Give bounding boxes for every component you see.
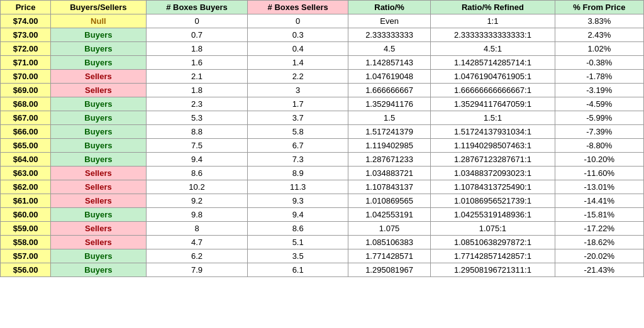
ratio-refined-cell: 1.51724137931034:1 [431,125,555,139]
from-price-cell: -21.43% [555,263,643,277]
column-header-6: % From Price [555,1,643,14]
boxes-sellers-cell: 0.4 [248,42,348,56]
table-row: $59.00Sellers88.61.0751.075:1-17.22% [1,222,644,236]
ratio-cell: Even [348,14,431,28]
price-cell: $63.00 [1,167,51,180]
table-row: $69.00Sellers1.831.6666666671.6666666666… [1,84,644,97]
ratio-refined-cell: 1.66666666666667:1 [431,84,555,97]
boxes-buyers-cell: 5.3 [146,111,248,125]
ratio-cell: 4.5 [348,42,431,56]
ratio-refined-cell: 1:1 [431,14,555,28]
ratio-refined-cell: 1.075:1 [431,222,555,236]
column-header-0: Price [1,1,51,14]
buyers-sellers-cell: Sellers [51,236,147,249]
table-row: $60.00Buyers9.89.41.0425531911.042553191… [1,208,644,222]
buyers-sellers-cell: Buyers [51,125,147,139]
table-row: $57.00Buyers6.23.51.7714285711.771428571… [1,249,644,263]
table-row: $63.00Sellers8.68.91.0348837211.03488372… [1,167,644,180]
ratio-refined-cell: 1.04761904761905:1 [431,70,555,84]
boxes-buyers-cell: 2.1 [146,70,248,84]
boxes-sellers-cell: 1.7 [248,97,348,111]
buyers-sellers-cell: Sellers [51,194,147,208]
buyers-sellers-cell: Buyers [51,263,147,277]
price-cell: $58.00 [1,236,51,249]
from-price-cell: -15.81% [555,208,643,222]
ratio-refined-cell: 1.5:1 [431,111,555,125]
boxes-buyers-cell: 0 [146,14,248,28]
price-cell: $66.00 [1,125,51,139]
from-price-cell: -3.19% [555,84,643,97]
boxes-sellers-cell: 7.3 [248,153,348,167]
boxes-sellers-cell: 9.3 [248,194,348,208]
table-row: $61.00Sellers9.29.31.0108695651.01086956… [1,194,644,208]
from-price-cell: -18.62% [555,236,643,249]
table-row: $65.00Buyers7.56.71.1194029851.119402985… [1,139,644,153]
price-cell: $73.00 [1,28,51,42]
ratio-cell: 1.119402985 [348,139,431,153]
table-row: $71.00Buyers1.61.41.1428571431.142857142… [1,56,644,70]
boxes-buyers-cell: 4.7 [146,236,248,249]
table-row: $66.00Buyers8.85.81.5172413791.517241379… [1,125,644,139]
price-cell: $70.00 [1,70,51,84]
from-price-cell: 2.43% [555,28,643,42]
boxes-sellers-cell: 3.5 [248,249,348,263]
from-price-cell: 1.02% [555,42,643,56]
buyers-sellers-cell: Sellers [51,167,147,180]
ratio-cell: 1.085106383 [348,236,431,249]
boxes-sellers-cell: 5.8 [248,125,348,139]
ratio-cell: 1.5 [348,111,431,125]
buyers-sellers-cell: Sellers [51,222,147,236]
boxes-buyers-cell: 1.8 [146,84,248,97]
ratio-cell: 1.047619048 [348,70,431,84]
from-price-cell: -0.38% [555,56,643,70]
ratio-cell: 1.517241379 [348,125,431,139]
table-row: $72.00Buyers1.80.44.54.5:11.02% [1,42,644,56]
ratio-cell: 1.042553191 [348,208,431,222]
ratio-refined-cell: 1.11940298507463:1 [431,139,555,153]
boxes-sellers-cell: 1.4 [248,56,348,70]
buyers-sellers-cell: Sellers [51,180,147,194]
ratio-cell: 1.107843137 [348,180,431,194]
boxes-sellers-cell: 6.1 [248,263,348,277]
ratio-refined-cell: 1.01086956521739:1 [431,194,555,208]
ratio-cell: 2.333333333 [348,28,431,42]
buyers-sellers-cell: Buyers [51,97,147,111]
column-header-2: # Boxes Buyers [146,1,248,14]
boxes-sellers-cell: 3 [248,84,348,97]
table-row: $56.00Buyers7.96.11.2950819671.295081967… [1,263,644,277]
buyers-sellers-cell: Buyers [51,153,147,167]
table-header: PriceBuyers/Sellers# Boxes Buyers# Boxes… [1,1,644,14]
boxes-buyers-cell: 6.2 [146,249,248,263]
price-cell: $71.00 [1,56,51,70]
buyers-sellers-cell: Buyers [51,42,147,56]
buyers-sellers-cell: Buyers [51,111,147,125]
boxes-buyers-cell: 8 [146,222,248,236]
price-cell: $72.00 [1,42,51,56]
ratio-refined-cell: 1.08510638297872:1 [431,236,555,249]
from-price-cell: 3.83% [555,14,643,28]
ratio-refined-cell: 1.35294117647059:1 [431,97,555,111]
from-price-cell: -10.20% [555,153,643,167]
from-price-cell: -11.60% [555,167,643,180]
table-row: $70.00Sellers2.12.21.0476190481.04761904… [1,70,644,84]
ratio-cell: 1.034883721 [348,167,431,180]
from-price-cell: -8.80% [555,139,643,153]
table-row: $68.00Buyers2.31.71.3529411761.352941176… [1,97,644,111]
ratio-cell: 1.666666667 [348,84,431,97]
ratio-cell: 1.142857143 [348,56,431,70]
buyers-sellers-cell: Buyers [51,208,147,222]
ratio-cell: 1.352941176 [348,97,431,111]
from-price-cell: -20.02% [555,249,643,263]
boxes-buyers-cell: 2.3 [146,97,248,111]
buyers-sellers-cell: Buyers [51,249,147,263]
from-price-cell: -14.41% [555,194,643,208]
ratio-cell: 1.010869565 [348,194,431,208]
boxes-buyers-cell: 8.8 [146,125,248,139]
column-header-1: Buyers/Sellers [51,1,147,14]
ratio-cell: 1.295081967 [348,263,431,277]
ratio-refined-cell: 2.33333333333333:1 [431,28,555,42]
ratio-refined-cell: 1.10784313725490:1 [431,180,555,194]
boxes-sellers-cell: 2.2 [248,70,348,84]
column-header-3: # Boxes Sellers [248,1,348,14]
from-price-cell: -7.39% [555,125,643,139]
